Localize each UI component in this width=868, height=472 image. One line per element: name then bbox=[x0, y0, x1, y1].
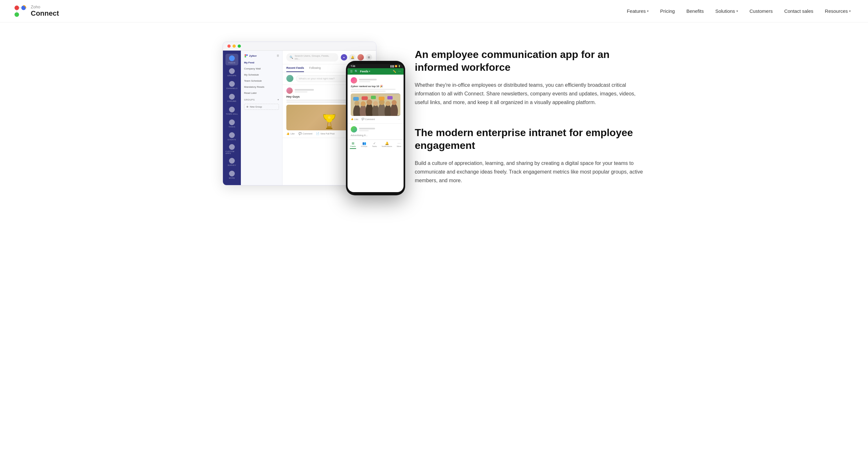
trophy-svg-icon bbox=[323, 113, 336, 130]
phone-feeds-icon: ⊞ bbox=[352, 141, 354, 145]
sidebar-tasks[interactable]: TASKS bbox=[225, 118, 238, 129]
titlebar-dot-yellow bbox=[232, 44, 236, 48]
nav-link-solutions[interactable]: Solutions ▾ bbox=[711, 6, 742, 16]
phone-post-2-meta bbox=[359, 128, 400, 131]
post-author-avatar bbox=[286, 87, 293, 94]
search-icon: 🔍 bbox=[289, 56, 293, 59]
svg-rect-8 bbox=[327, 126, 332, 128]
panel-header: Zylker ☰ bbox=[241, 54, 282, 60]
feed-search-bar[interactable]: 🔍 Search Users, Groups, Feeds, etc... bbox=[286, 53, 338, 61]
nav-link-resources[interactable]: Resources ▾ bbox=[820, 6, 855, 16]
panel-nav-team-schedule[interactable]: Team Schedule bbox=[241, 78, 282, 84]
phone-like-icon: 👍 bbox=[351, 118, 353, 120]
nav-link-features[interactable]: Features ▾ bbox=[622, 6, 653, 16]
nav-link-customers[interactable]: Customers bbox=[745, 6, 777, 16]
panel-logo-icon bbox=[244, 54, 248, 58]
phone-signal-icon: ▐▐▐ bbox=[390, 65, 394, 67]
phone-like-button[interactable]: 👍 Like bbox=[351, 118, 359, 120]
nav-item-customers: Customers bbox=[745, 6, 777, 16]
sidebar-townhall[interactable]: TOWN HALL bbox=[225, 105, 238, 117]
phone-post-1-actions: 👍 Like 💬 Comment ··· bbox=[351, 118, 400, 121]
panel-company-name: Zylker bbox=[249, 55, 257, 57]
svg-point-17 bbox=[366, 100, 372, 105]
post-like-button[interactable]: 👍 Like bbox=[286, 132, 295, 135]
panel-nav-company-wall[interactable]: Company Wall bbox=[241, 66, 282, 72]
resources-dropdown-caret: ▾ bbox=[849, 9, 851, 13]
phone-hamburger-icon[interactable]: ☰ bbox=[350, 70, 353, 73]
phone-line-2 bbox=[351, 91, 385, 92]
panel-nav-my-feed[interactable]: My Feed bbox=[241, 60, 282, 66]
sidebar-events[interactable]: EVENTS bbox=[225, 131, 238, 142]
phone-post-1-text: Zylker ranked as top 10 🎉 bbox=[351, 85, 400, 88]
phone-post-more-button[interactable]: ··· bbox=[398, 118, 400, 121]
svg-point-7 bbox=[245, 56, 246, 58]
sidebar-survey[interactable]: SURVEY bbox=[225, 156, 238, 168]
phone-mockup: 7:03 ▐▐▐ 🛜 🔋 ☰ 🔍 Feeds ▾ bbox=[346, 61, 405, 195]
phone-post-1-header bbox=[351, 77, 400, 84]
sidebar-channels[interactable]: CHANNELS bbox=[225, 80, 238, 91]
svg-rect-28 bbox=[371, 96, 376, 99]
panel-menu-icon[interactable]: ☰ bbox=[277, 55, 279, 57]
phone-more-icon[interactable]: ⋯ bbox=[398, 70, 401, 73]
phone-nav-bar: ☰ 🔍 Feeds ▾ ✏️ ⋯ bbox=[347, 68, 404, 74]
phone-nav-title: Feeds ▾ bbox=[360, 70, 391, 73]
section-2-heading: The modern enterprise intranet for emplo… bbox=[415, 126, 645, 152]
phone-more-nav-icon: ⋯ bbox=[398, 141, 401, 145]
crowd-image-visual bbox=[351, 94, 400, 116]
phone-search-icon[interactable]: 🔍 bbox=[354, 70, 358, 73]
section-2-block: The modern enterprise intranet for emplo… bbox=[415, 126, 645, 185]
panel-nav-mandatory-reads[interactable]: Mandatory Reads bbox=[241, 84, 282, 90]
section-1-body: Whether they're in-office employees or d… bbox=[415, 81, 645, 107]
phone-line-1 bbox=[351, 89, 396, 90]
sidebar-groups[interactable]: GROUPS bbox=[225, 67, 238, 78]
svg-point-19 bbox=[373, 101, 378, 106]
svg-rect-26 bbox=[353, 97, 359, 101]
tab-recent-feeds[interactable]: Recent Feeds bbox=[286, 64, 304, 72]
phone-bottom-groups[interactable]: 👥 Groups bbox=[361, 141, 367, 149]
sidebar-forums[interactable]: FORUMS bbox=[225, 92, 238, 104]
panel-add-group-icon[interactable]: + bbox=[277, 99, 279, 101]
svg-point-25 bbox=[392, 100, 397, 105]
nav-link-contact-sales[interactable]: Contact sales bbox=[780, 6, 818, 16]
sidebar-feeds[interactable]: FEEDS bbox=[225, 54, 238, 65]
post-comment-button[interactable]: 💬 Comment bbox=[299, 132, 312, 135]
phone-groups-icon: 👥 bbox=[362, 141, 366, 145]
titlebar-dot-red bbox=[227, 44, 230, 48]
nav-link-pricing[interactable]: Pricing bbox=[656, 6, 679, 16]
phone-post-2-time-bar bbox=[359, 130, 369, 131]
topbar-grid-icon[interactable]: ⊞ bbox=[366, 54, 372, 61]
sidebar-custom-apps[interactable]: CUSTOM APPS bbox=[225, 144, 238, 155]
topbar-user-avatar[interactable] bbox=[358, 54, 364, 61]
phone-comment-button[interactable]: 💬 Comment bbox=[362, 118, 375, 120]
phone-bottom-tasks[interactable]: ✓ Tasks bbox=[372, 141, 377, 149]
svg-point-6 bbox=[246, 55, 248, 56]
phone-post-1-meta bbox=[359, 79, 400, 82]
phone-feed-post-2: Advertising 8... bbox=[347, 124, 404, 139]
phone-screen: 7:03 ▐▐▐ 🛜 🔋 ☰ 🔍 Feeds ▾ bbox=[347, 64, 404, 192]
svg-point-13 bbox=[354, 100, 360, 106]
topbar-color-icon[interactable]: ● bbox=[341, 54, 347, 61]
panel-nav-my-schedule[interactable]: My Schedule bbox=[241, 72, 282, 78]
sidebar-more[interactable]: MORE bbox=[225, 169, 238, 181]
post-author-name-bar bbox=[295, 89, 314, 91]
features-dropdown-caret: ▾ bbox=[647, 9, 649, 13]
right-content-area: An employee communication app for an inf… bbox=[415, 42, 645, 204]
panel-new-group-button[interactable]: ⊕ New Group bbox=[241, 104, 282, 110]
nav-item-benefits: Benefits bbox=[682, 6, 708, 16]
tab-following[interactable]: Following bbox=[309, 64, 321, 72]
post-view-full-button[interactable]: 📄 View Full Post bbox=[316, 132, 334, 135]
phone-post-1-content-lines bbox=[351, 89, 400, 92]
phone-bottom-feeds[interactable]: ⊞ Feeds bbox=[350, 141, 356, 149]
nav-link-benefits[interactable]: Benefits bbox=[682, 6, 708, 16]
phone-bottom-notifications[interactable]: 🔔 Notifications bbox=[382, 141, 392, 149]
phone-post-1-author-bar bbox=[359, 79, 377, 81]
phone-edit-icon[interactable]: ✏️ bbox=[393, 70, 396, 73]
panel-nav-read-later[interactable]: Read Later bbox=[241, 90, 282, 96]
topbar-bell-icon[interactable]: 🔔 bbox=[349, 54, 355, 61]
titlebar-dot-green bbox=[238, 44, 241, 48]
phone-bottom-more[interactable]: ⋯ More bbox=[397, 141, 401, 149]
content-line-2 bbox=[286, 101, 351, 103]
logo-link[interactable]: Zoho Connect bbox=[13, 4, 59, 19]
comment-icon: 💬 bbox=[299, 132, 302, 135]
phone-post-2-avatar bbox=[351, 126, 357, 132]
